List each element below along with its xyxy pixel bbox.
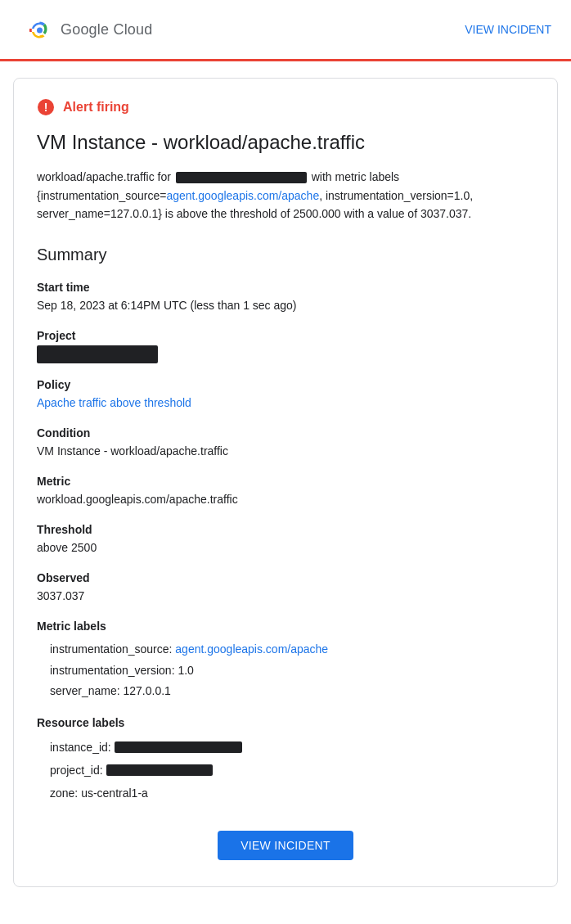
description-prefix: workload/apache.traffic for bbox=[37, 170, 171, 183]
project-id-redacted bbox=[106, 764, 213, 776]
view-incident-header-link[interactable]: VIEW INCIDENT bbox=[465, 23, 551, 36]
policy-link[interactable]: Apache traffic above threshold bbox=[37, 396, 191, 409]
view-incident-btn-container: VIEW INCIDENT bbox=[37, 831, 534, 860]
google-cloud-logo-icon bbox=[20, 13, 52, 46]
metric-value: workload.googleapis.com/apache.traffic bbox=[37, 491, 534, 508]
project-label: Project bbox=[37, 329, 534, 342]
resource-labels-heading: Resource labels bbox=[37, 716, 534, 729]
instrumentation-source-link[interactable]: agent.googleapis.com/apache bbox=[175, 642, 328, 656]
policy-label: Policy bbox=[37, 378, 534, 391]
redacted-instance bbox=[176, 172, 307, 183]
condition-block: Condition VM Instance - workload/apache.… bbox=[37, 426, 534, 460]
metric-label-instrumentation-version: instrumentation_version: 1.0 bbox=[37, 660, 534, 681]
logo-container: Google Cloud bbox=[20, 13, 152, 46]
svg-point-0 bbox=[37, 28, 43, 34]
project-block: Project bbox=[37, 329, 534, 363]
threshold-block: Threshold above 2500 bbox=[37, 523, 534, 557]
threshold-label: Threshold bbox=[37, 523, 534, 536]
observed-block: Observed 3037.037 bbox=[37, 571, 534, 605]
alert-description: workload/apache.traffic for with metric … bbox=[37, 168, 534, 223]
alert-firing-label: Alert firing bbox=[63, 100, 129, 115]
metric-labels-section: Metric labels instrumentation_source: ag… bbox=[37, 620, 534, 701]
metric-label-instrumentation-source: instrumentation_source: agent.googleapis… bbox=[37, 639, 534, 660]
app-header: Google Cloud VIEW INCIDENT bbox=[0, 0, 571, 59]
start-time-block: Start time Sep 18, 2023 at 6:14PM UTC (l… bbox=[37, 281, 534, 314]
policy-value: Apache traffic above threshold bbox=[37, 394, 534, 412]
alert-firing-row: ! Alert firing bbox=[37, 98, 534, 116]
resource-label-project-id: project_id: bbox=[37, 759, 534, 782]
summary-heading: Summary bbox=[37, 246, 534, 264]
condition-label: Condition bbox=[37, 426, 534, 439]
condition-value: VM Instance - workload/apache.traffic bbox=[37, 443, 534, 460]
metric-label: Metric bbox=[37, 475, 534, 488]
metric-label-server-name: server_name: 127.0.0.1 bbox=[37, 681, 534, 701]
metric-labels-heading: Metric labels bbox=[37, 620, 534, 633]
resource-label-instance-id: instance_id: bbox=[37, 736, 534, 759]
alert-title: VM Instance - workload/apache.traffic bbox=[37, 129, 534, 155]
observed-value: 3037.037 bbox=[37, 588, 534, 605]
resource-labels-section: Resource labels instance_id: project_id:… bbox=[37, 716, 534, 805]
start-time-value: Sep 18, 2023 at 6:14PM UTC (less than 1 … bbox=[37, 297, 534, 314]
agent-link[interactable]: agent.googleapis.com/apache bbox=[166, 189, 319, 202]
resource-label-zone: zone: us-central1-a bbox=[37, 782, 534, 805]
top-divider bbox=[0, 59, 571, 61]
threshold-value: above 2500 bbox=[37, 539, 534, 557]
alert-card: ! Alert firing VM Instance - workload/ap… bbox=[13, 78, 558, 887]
alert-error-icon: ! bbox=[37, 98, 55, 116]
project-redacted-value bbox=[37, 345, 158, 363]
logo-text: Google Cloud bbox=[61, 21, 152, 38]
observed-label: Observed bbox=[37, 571, 534, 584]
svg-text:!: ! bbox=[44, 101, 48, 114]
metric-block: Metric workload.googleapis.com/apache.tr… bbox=[37, 475, 534, 508]
instance-id-redacted bbox=[115, 741, 242, 753]
start-time-label: Start time bbox=[37, 281, 534, 294]
view-incident-button[interactable]: VIEW INCIDENT bbox=[218, 831, 353, 860]
policy-block: Policy Apache traffic above threshold bbox=[37, 378, 534, 412]
